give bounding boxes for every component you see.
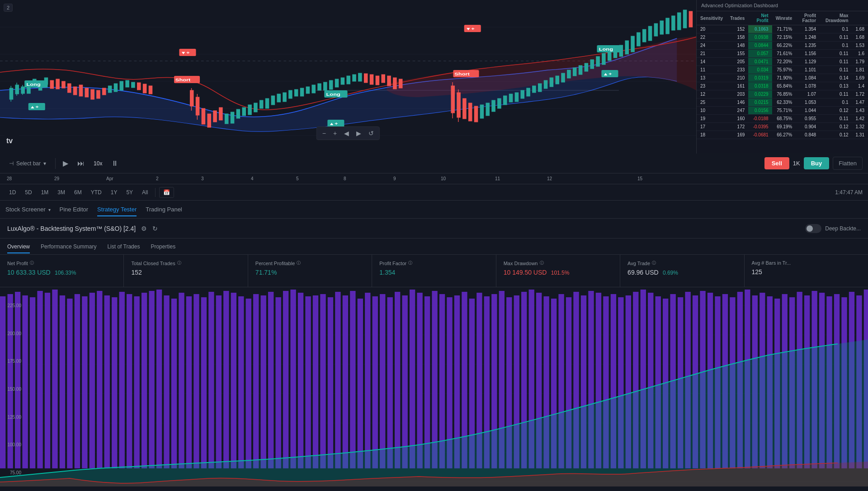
- opt-table-row[interactable]: 18 169 -0.0681 66.27% 0.848 0.12 1.31: [697, 131, 868, 139]
- flatten-button[interactable]: Flatten: [833, 157, 863, 170]
- overview-tab-overview[interactable]: Overview: [7, 240, 30, 253]
- cell-last: 1.69: [852, 74, 868, 82]
- opt-table-row[interactable]: 25 146 0.0215 62.33% 1.053 0.1 1.47: [697, 98, 868, 107]
- opt-table-row[interactable]: 14 205 0.0471 72.20% 1.129 0.11 1.79: [697, 58, 868, 66]
- cell-winrate: 65.84%: [772, 82, 796, 90]
- period-1y[interactable]: 1Y: [107, 187, 121, 197]
- opt-table-row[interactable]: 19 160 -0.0188 68.75% 0.955 0.11 1.42: [697, 115, 868, 123]
- svg-rect-71: [382, 75, 385, 83]
- next-bar-button[interactable]: ▶: [354, 129, 363, 138]
- svg-text:Long: Long: [326, 92, 341, 97]
- stat-avg-trade-value: 69.96 USD 0.69%: [627, 269, 736, 276]
- settings-icon[interactable]: ⚙: [141, 225, 147, 232]
- tab-trading-panel[interactable]: Trading Panel: [146, 202, 182, 216]
- svg-rect-40: [202, 108, 205, 124]
- svg-rect-74: [399, 79, 402, 88]
- skip-forward-button[interactable]: ⏭: [75, 158, 86, 169]
- chart-canvas[interactable]: Long Short ▲+ ▼+ Long ▲+ Short ▼+: [0, 0, 696, 154]
- svg-rect-184: [261, 295, 266, 468]
- cell-last: 1.53: [852, 42, 868, 50]
- cell-winrate: 62.33%: [772, 98, 796, 107]
- svg-rect-181: [238, 296, 244, 468]
- svg-rect-170: [156, 290, 162, 468]
- svg-rect-96: [561, 73, 565, 82]
- drawdown-info-icon[interactable]: ⓘ: [540, 260, 544, 266]
- overview-tab-trades[interactable]: List of Trades: [107, 240, 140, 253]
- svg-rect-79: [463, 98, 466, 119]
- svg-rect-33: [137, 83, 141, 90]
- cell-trades: 210: [726, 74, 748, 82]
- percent-info-icon[interactable]: ⓘ: [297, 260, 301, 266]
- zoom-out-button[interactable]: −: [321, 129, 328, 138]
- svg-text:tv: tv: [6, 137, 13, 145]
- svg-rect-61: [324, 82, 327, 90]
- deep-backtest-label: Deep Backte...: [825, 225, 861, 232]
- period-5y[interactable]: 5Y: [123, 187, 137, 197]
- select-bar-button[interactable]: ⊣ Select bar ▾: [5, 159, 50, 168]
- cell-winrate: 71.61%: [772, 50, 796, 58]
- opt-table-row[interactable]: 24 148 0.0844 66.22% 1.235 0.1 1.53: [697, 42, 868, 50]
- select-bar-label: Select bar: [16, 160, 41, 167]
- svg-rect-70: [376, 76, 379, 85]
- svg-rect-186: [275, 297, 281, 468]
- net-profit-info-icon[interactable]: ⓘ: [30, 260, 34, 266]
- stat-profit-factor-value: 1.354: [379, 269, 488, 276]
- opt-table-row[interactable]: 22 158 0.0938 72.15% 1.248 0.11 1.68: [697, 33, 868, 42]
- svg-rect-179: [223, 291, 229, 468]
- svg-rect-92: [538, 84, 542, 92]
- opt-table-row[interactable]: 10 247 0.0156 75.71% 1.044 0.12 1.43: [697, 107, 868, 115]
- opt-table-row[interactable]: 23 161 0.0318 65.84% 1.078 0.13 1.4: [697, 82, 868, 90]
- opt-table-row[interactable]: 13 210 0.0319 71.90% 1.084 0.14 1.69: [697, 74, 868, 82]
- optimization-dashboard: Advanced Optimization Dashboard Sensitiv…: [696, 0, 868, 154]
- period-1d[interactable]: 1D: [5, 187, 19, 197]
- svg-rect-196: [350, 291, 355, 468]
- svg-text:▲+: ▲+: [603, 72, 612, 76]
- opt-table-row[interactable]: 11 233 0.034 75.97% 1.101 0.11 1.81: [697, 66, 868, 74]
- y-label-125: 125.00: [4, 415, 21, 420]
- cell-trades: 161: [726, 82, 748, 90]
- profit-factor-info-icon[interactable]: ⓘ: [408, 260, 412, 266]
- period-3m[interactable]: 3M: [54, 187, 69, 197]
- svg-rect-23: [79, 85, 82, 96]
- cell-last: 1.4: [852, 82, 868, 90]
- speed-label: 10x: [92, 160, 104, 167]
- svg-rect-161: [90, 293, 95, 468]
- stat-max-drawdown: Max Drawdown ⓘ 10 149.50 USD 101.5%: [496, 255, 620, 287]
- opt-table-row[interactable]: 20 152 0.1063 71.71% 1.354 0.1 1.68: [697, 25, 868, 33]
- deep-backtest-toggle[interactable]: [805, 224, 821, 233]
- tab-pine-editor[interactable]: Pine Editor: [60, 202, 89, 216]
- sell-button[interactable]: Sell: [764, 157, 789, 169]
- cell-net-profit: 0.0319: [748, 74, 772, 82]
- refresh-icon[interactable]: ↻: [152, 225, 158, 232]
- buy-button[interactable]: Buy: [804, 157, 830, 169]
- step-button[interactable]: ⏸: [109, 158, 120, 169]
- svg-rect-64: [341, 78, 344, 84]
- period-1m[interactable]: 1M: [38, 187, 52, 197]
- opt-table-row[interactable]: 12 203 0.0229 76.85% 1.07 0.11 1.72: [697, 90, 868, 98]
- calendar-button[interactable]: 📅: [159, 187, 174, 198]
- total-trades-info-icon[interactable]: ⓘ: [177, 260, 181, 266]
- overview-tab-performance[interactable]: Performance Summary: [41, 240, 96, 253]
- period-all[interactable]: All: [138, 187, 151, 197]
- stock-screener-dropdown[interactable]: ▾: [48, 207, 51, 212]
- svg-rect-174: [186, 296, 192, 468]
- svg-rect-21: [68, 84, 71, 93]
- cell-max-drawdown: 0.12: [820, 123, 852, 131]
- opt-table-row[interactable]: 21 155 0.057 71.61% 1.156 0.11 1.6: [697, 50, 868, 58]
- svg-rect-190: [305, 296, 311, 468]
- svg-rect-86: [504, 96, 507, 105]
- svg-rect-85: [498, 98, 501, 108]
- overview-tab-properties[interactable]: Properties: [151, 240, 175, 253]
- performance-svg-chart: [0, 287, 868, 491]
- prev-bar-button[interactable]: ◀: [342, 129, 351, 138]
- tab-stock-screener[interactable]: Stock Screener ▾: [5, 202, 51, 216]
- avg-trade-info-icon[interactable]: ⓘ: [652, 260, 656, 266]
- period-ytd[interactable]: YTD: [87, 187, 105, 197]
- zoom-in-button[interactable]: +: [331, 129, 339, 138]
- play-button[interactable]: ▶: [61, 157, 70, 169]
- period-6m[interactable]: 6M: [71, 187, 85, 197]
- tab-strategy-tester[interactable]: Strategy Tester: [97, 202, 137, 216]
- period-5d[interactable]: 5D: [21, 187, 35, 197]
- reset-button[interactable]: ↺: [367, 129, 376, 138]
- opt-table-row[interactable]: 17 172 -0.0395 69.19% 0.904 0.12 1.32: [697, 123, 868, 131]
